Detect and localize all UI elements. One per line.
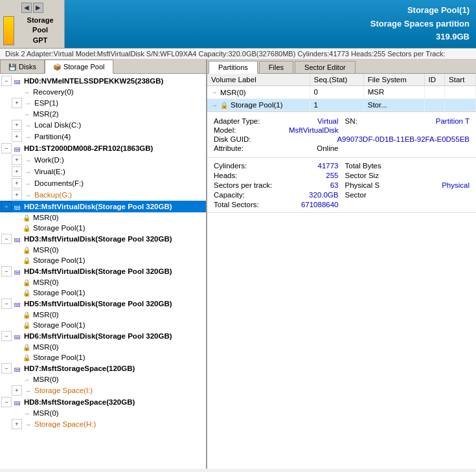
tree-item-msr-hd5[interactable]: 🔒 MSR(0)	[0, 309, 206, 320]
attribute-row: Attribute: Online	[214, 144, 339, 152]
hd7-label: HD7:MsftStorageSpace(120GB)	[24, 365, 135, 372]
partition-row-sp[interactable]: → 🔒 Storage Pool(1) 1 Stor...	[207, 98, 476, 111]
expand-virale[interactable]: +	[12, 166, 22, 177]
model-row: Model: MsftVirtualDisk	[214, 126, 339, 134]
tree-item-msr-hd2[interactable]: 🔒 MSR(0)	[0, 212, 206, 223]
expand-hd3[interactable]: −	[1, 234, 12, 244]
tree-item-localc[interactable]: + → Local Disk(C:)	[0, 119, 206, 131]
hd1-label: HD1:ST2000DM008-2FR102(1863GB)	[24, 144, 153, 152]
tab-disks[interactable]: 💾 Disks	[0, 60, 45, 73]
tree-item-hd6[interactable]: − 🖴 HD6:MsftVirtualDisk(Storage Pool 320…	[0, 330, 206, 342]
tree-item-hd2[interactable]: − 🖴 HD2:MsftVirtualDisk(Storage Pool 320…	[0, 201, 206, 212]
expand-hd0[interactable]: −	[1, 76, 12, 86]
expand-hd5[interactable]: −	[1, 298, 12, 309]
part4-label: Partition(4)	[34, 133, 71, 140]
localc-label: Local Disk(C:)	[34, 121, 81, 129]
sn-label: SN:	[345, 117, 357, 125]
tree-item-hd0[interactable]: − 🖴 HD0:NVMeINTELSSDPEKKW25(238GB)	[0, 75, 206, 87]
tree-item-sp1-hd4[interactable]: 🔒 Storage Pool(1)	[0, 287, 206, 298]
attribute-label: Attribute:	[214, 144, 244, 152]
msr-volume-label: → MSR(0)	[207, 86, 310, 99]
tree-item-virale[interactable]: + → Virual(E:)	[0, 166, 206, 177]
tree-item-part4[interactable]: + → Partition(4)	[0, 131, 206, 142]
expand-storageh[interactable]: +	[12, 419, 22, 429]
hd0-label: HD0:NVMeINTELSSDPEKKW25(238GB)	[24, 77, 163, 85]
expand-hd1[interactable]: −	[1, 143, 12, 153]
tree-item-msr-hd8[interactable]: → MSR(0)	[0, 408, 206, 418]
tree-item-hd5[interactable]: − 🖴 HD5:MsftVirtualDisk(Storage Pool 320…	[0, 298, 206, 309]
tree-item-documentsf[interactable]: + → Documents(F:)	[0, 177, 206, 189]
disk-guid-label: Disk GUID:	[214, 135, 251, 143]
physical-s-value: Physical	[442, 181, 470, 189]
arrow-left-icon[interactable]: ◀	[21, 3, 32, 13]
msr-hd8-icon: →	[22, 409, 31, 418]
expand-hd7[interactable]: −	[1, 363, 12, 374]
tab-sector-editor[interactable]: Sector Editor	[295, 61, 356, 73]
tree-item-storagei[interactable]: + → Storage Space(I:)	[0, 385, 206, 396]
partition-row-msr[interactable]: → MSR(0) 0 MSR	[207, 86, 476, 99]
expand-storagei[interactable]: +	[12, 385, 22, 396]
tree-item-storageh[interactable]: + → Storage Space(H:)	[0, 418, 206, 430]
msr-hd5-label: MSR(0)	[33, 311, 59, 319]
sp1-hd2-icon: 🔒	[22, 223, 31, 232]
part4-icon: →	[23, 132, 32, 141]
tree-item-recovery[interactable]: → Recovery(0)	[0, 87, 206, 97]
msr-hd6-icon: 🔒	[22, 343, 31, 352]
arrow-right-icon[interactable]: ▶	[33, 3, 43, 13]
tab-files-label: Files	[269, 63, 284, 71]
recovery-label: Recovery(0)	[33, 88, 74, 96]
detail-info-lower: Cylinders: 41773 Total Bytes Heads: 255 …	[207, 158, 476, 213]
sectors-per-track-row: Sectors per track: 63	[214, 181, 339, 189]
localc-icon: →	[23, 120, 32, 129]
hd8-icon: 🖴	[13, 398, 22, 407]
app-container: ◀ ▶ Storage Pool GPT Storage Pool(1) Sto…	[0, 0, 476, 469]
tree-item-hd1[interactable]: − 🖴 HD1:ST2000DM008-2FR102(1863GB)	[0, 142, 206, 154]
tree-item-msr-hd4[interactable]: 🔒 MSR(0)	[0, 277, 206, 287]
tab-partitions[interactable]: Partitions	[209, 61, 258, 74]
expand-hd6[interactable]: −	[1, 331, 12, 341]
sp1-hd5-label: Storage Pool(1)	[33, 321, 85, 329]
tree-item-sp1-hd6[interactable]: 🔒 Storage Pool(1)	[0, 352, 206, 363]
hd6-label: HD6:MsftVirtualDisk(Storage Pool 320GB)	[24, 332, 172, 340]
expand-hd4[interactable]: −	[1, 266, 12, 276]
tree-item-hd8[interactable]: − 🖴 HD8:MsftStorageSpace(320GB)	[0, 396, 206, 408]
tree-item-hd4[interactable]: − 🖴 HD4:MsftVirtualDisk(Storage Pool 320…	[0, 265, 206, 277]
expand-esp[interactable]: +	[12, 98, 22, 108]
header-title: Storage Pool(1) Storage Spaces partition…	[370, 4, 470, 44]
tree-container[interactable]: − 🖴 HD0:NVMeINTELSSDPEKKW25(238GB) → Rec…	[0, 74, 206, 469]
tab-files[interactable]: Files	[259, 61, 293, 73]
expand-documentsf[interactable]: +	[12, 178, 22, 188]
tree-item-hd7[interactable]: − 🖴 HD7:MsftStorageSpace(120GB)	[0, 363, 206, 374]
tree-item-msr-hd6[interactable]: 🔒 MSR(0)	[0, 342, 206, 352]
hd2-label: HD2:MsftVirtualDisk(Storage Pool 320GB)	[24, 203, 172, 210]
hd3-icon: 🖴	[13, 234, 22, 243]
hd7-icon: 🖴	[13, 364, 22, 373]
hd8-label: HD8:MsftStorageSpace(320GB)	[24, 398, 135, 406]
expand-part4[interactable]: +	[12, 131, 22, 142]
msr-id	[424, 86, 444, 99]
tree-item-sp1-hd5[interactable]: 🔒 Storage Pool(1)	[0, 320, 206, 330]
tree-item-msr-hd7[interactable]: → MSR(0)	[0, 374, 206, 385]
tab-storage-pool[interactable]: 📦 Storage Pool	[45, 60, 113, 74]
expand-backupg[interactable]: +	[12, 190, 22, 200]
msr-hd3-icon: 🔒	[22, 245, 31, 254]
expand-hd2[interactable]: −	[1, 201, 12, 212]
pool-icon-label: Storage Pool GPT	[19, 16, 61, 45]
expand-workd[interactable]: +	[12, 155, 22, 165]
heads-row: Heads: 255	[214, 172, 339, 179]
sp1-hd3-icon: 🔒	[22, 256, 31, 265]
col-header-seq: Seq.(Stat)	[310, 74, 363, 86]
tree-item-hd3[interactable]: − 🖴 HD3:MsftVirtualDisk(Storage Pool 320…	[0, 233, 206, 245]
adapter-type-row: Adapter Type: Virtual	[214, 117, 339, 125]
expand-localc[interactable]: +	[12, 120, 22, 130]
tree-item-msr-hd3[interactable]: 🔒 MSR(0)	[0, 245, 206, 255]
tree-item-workd[interactable]: + → Work(D:)	[0, 154, 206, 166]
tree-item-sp1-hd2[interactable]: 🔒 Storage Pool(1)	[0, 223, 206, 233]
col-header-start: Start	[445, 74, 476, 86]
tree-item-msr2[interactable]: → MSR(2)	[0, 109, 206, 119]
tree-item-backupg[interactable]: + → Backup(G:)	[0, 189, 206, 201]
tree-item-sp1-hd3[interactable]: 🔒 Storage Pool(1)	[0, 255, 206, 265]
tree-item-esp[interactable]: + → ESP(1)	[0, 97, 206, 109]
expand-hd8[interactable]: −	[1, 397, 12, 407]
adapter-type-value: Virtual	[317, 117, 338, 125]
